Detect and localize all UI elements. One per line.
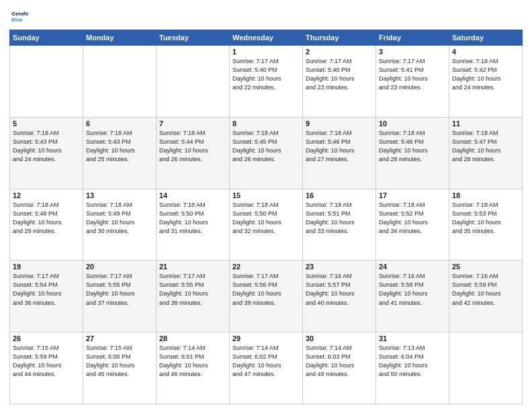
day-cell: 25Sunrise: 7:16 AM Sunset: 5:59 PM Dayli… (449, 261, 523, 332)
day-number: 25 (452, 263, 519, 271)
day-info: Sunrise: 7:18 AM Sunset: 5:53 PM Dayligh… (452, 201, 519, 236)
day-number: 6 (86, 120, 153, 128)
day-cell: 26Sunrise: 7:15 AM Sunset: 5:59 PM Dayli… (10, 332, 83, 404)
day-number: 7 (159, 120, 226, 128)
week-row-2: 5Sunrise: 7:18 AM Sunset: 5:43 PM Daylig… (10, 117, 523, 189)
day-cell: 22Sunrise: 7:17 AM Sunset: 5:56 PM Dayli… (230, 261, 303, 332)
day-info: Sunrise: 7:16 AM Sunset: 5:57 PM Dayligh… (306, 272, 373, 307)
day-info: Sunrise: 7:18 AM Sunset: 5:46 PM Dayligh… (306, 129, 373, 164)
day-number: 3 (379, 48, 446, 56)
day-number: 2 (306, 48, 373, 56)
day-cell (157, 46, 230, 118)
day-cell: 10Sunrise: 7:18 AM Sunset: 5:46 PM Dayli… (376, 117, 449, 189)
day-number: 18 (452, 191, 519, 199)
day-cell: 17Sunrise: 7:18 AM Sunset: 5:52 PM Dayli… (376, 189, 449, 261)
day-number: 11 (452, 120, 519, 128)
weekday-header-row: SundayMondayTuesdayWednesdayThursdayFrid… (10, 30, 523, 46)
day-number: 23 (306, 263, 373, 271)
day-number: 8 (232, 120, 300, 128)
day-number: 19 (13, 263, 80, 271)
day-cell: 14Sunrise: 7:18 AM Sunset: 5:50 PM Dayli… (157, 189, 230, 261)
day-info: Sunrise: 7:13 AM Sunset: 6:04 PM Dayligh… (379, 344, 446, 379)
day-number: 15 (232, 191, 300, 199)
day-info: Sunrise: 7:18 AM Sunset: 5:50 PM Dayligh… (232, 201, 300, 236)
day-info: Sunrise: 7:16 AM Sunset: 5:59 PM Dayligh… (452, 272, 519, 307)
day-cell: 29Sunrise: 7:14 AM Sunset: 6:02 PM Dayli… (230, 332, 303, 404)
page: General Blue SundayMondayTuesdayWednesda… (0, 0, 532, 411)
day-info: Sunrise: 7:17 AM Sunset: 5:54 PM Dayligh… (13, 272, 80, 307)
day-info: Sunrise: 7:18 AM Sunset: 5:47 PM Dayligh… (452, 129, 519, 164)
weekday-header-wednesday: Wednesday (230, 30, 303, 46)
day-number: 29 (232, 334, 300, 342)
day-info: Sunrise: 7:17 AM Sunset: 5:56 PM Dayligh… (232, 272, 300, 307)
day-info: Sunrise: 7:15 AM Sunset: 6:00 PM Dayligh… (86, 344, 153, 379)
day-cell: 23Sunrise: 7:16 AM Sunset: 5:57 PM Dayli… (303, 261, 376, 332)
day-info: Sunrise: 7:18 AM Sunset: 5:43 PM Dayligh… (13, 129, 80, 164)
day-number: 4 (452, 48, 519, 56)
weekday-header-thursday: Thursday (303, 30, 376, 46)
day-info: Sunrise: 7:17 AM Sunset: 5:40 PM Dayligh… (232, 57, 300, 92)
day-number: 12 (13, 191, 80, 199)
day-cell: 19Sunrise: 7:17 AM Sunset: 5:54 PM Dayli… (10, 261, 83, 332)
day-number: 21 (159, 263, 226, 271)
day-number: 31 (379, 334, 446, 342)
day-info: Sunrise: 7:14 AM Sunset: 6:03 PM Dayligh… (306, 344, 373, 379)
day-number: 27 (86, 334, 153, 342)
day-cell (83, 46, 157, 118)
day-number: 26 (13, 334, 80, 342)
week-row-4: 19Sunrise: 7:17 AM Sunset: 5:54 PM Dayli… (10, 261, 523, 332)
day-info: Sunrise: 7:14 AM Sunset: 6:01 PM Dayligh… (159, 344, 226, 379)
day-cell: 13Sunrise: 7:18 AM Sunset: 5:49 PM Dayli… (83, 189, 157, 261)
day-info: Sunrise: 7:18 AM Sunset: 5:50 PM Dayligh… (159, 201, 226, 236)
day-info: Sunrise: 7:18 AM Sunset: 5:43 PM Dayligh… (86, 129, 153, 164)
day-cell: 4Sunrise: 7:18 AM Sunset: 5:42 PM Daylig… (449, 46, 523, 118)
day-cell: 21Sunrise: 7:17 AM Sunset: 5:55 PM Dayli… (157, 261, 230, 332)
logo-icon: General Blue (9, 7, 28, 26)
day-cell: 7Sunrise: 7:18 AM Sunset: 5:44 PM Daylig… (157, 117, 230, 189)
day-number: 5 (13, 120, 80, 128)
day-number: 20 (86, 263, 153, 271)
day-info: Sunrise: 7:18 AM Sunset: 5:49 PM Dayligh… (86, 201, 153, 236)
day-cell: 8Sunrise: 7:18 AM Sunset: 5:45 PM Daylig… (230, 117, 303, 189)
day-cell: 28Sunrise: 7:14 AM Sunset: 6:01 PM Dayli… (157, 332, 230, 404)
logo: General Blue (9, 7, 31, 26)
day-cell: 1Sunrise: 7:17 AM Sunset: 5:40 PM Daylig… (230, 46, 303, 118)
day-cell: 31Sunrise: 7:13 AM Sunset: 6:04 PM Dayli… (376, 332, 449, 404)
day-number: 17 (379, 191, 446, 199)
weekday-header-sunday: Sunday (10, 30, 83, 46)
day-info: Sunrise: 7:18 AM Sunset: 5:45 PM Dayligh… (232, 129, 300, 164)
day-cell (10, 46, 83, 118)
day-info: Sunrise: 7:14 AM Sunset: 6:02 PM Dayligh… (232, 344, 300, 379)
day-cell: 2Sunrise: 7:17 AM Sunset: 5:40 PM Daylig… (303, 46, 376, 118)
day-cell: 16Sunrise: 7:18 AM Sunset: 5:51 PM Dayli… (303, 189, 376, 261)
weekday-header-saturday: Saturday (449, 30, 523, 46)
day-cell: 11Sunrise: 7:18 AM Sunset: 5:47 PM Dayli… (449, 117, 523, 189)
day-number: 10 (379, 120, 446, 128)
day-info: Sunrise: 7:18 AM Sunset: 5:51 PM Dayligh… (306, 201, 373, 236)
day-cell: 18Sunrise: 7:18 AM Sunset: 5:53 PM Dayli… (449, 189, 523, 261)
day-number: 1 (232, 48, 300, 56)
day-cell: 24Sunrise: 7:16 AM Sunset: 5:58 PM Dayli… (376, 261, 449, 332)
day-info: Sunrise: 7:15 AM Sunset: 5:59 PM Dayligh… (13, 344, 80, 379)
day-info: Sunrise: 7:18 AM Sunset: 5:46 PM Dayligh… (379, 129, 446, 164)
day-info: Sunrise: 7:17 AM Sunset: 5:40 PM Dayligh… (306, 57, 373, 92)
weekday-header-tuesday: Tuesday (157, 30, 230, 46)
day-cell: 5Sunrise: 7:18 AM Sunset: 5:43 PM Daylig… (10, 117, 83, 189)
day-number: 24 (379, 263, 446, 271)
day-cell (449, 332, 523, 404)
day-number: 22 (232, 263, 300, 271)
calendar-table: SundayMondayTuesdayWednesdayThursdayFrid… (9, 30, 523, 404)
day-number: 16 (306, 191, 373, 199)
top-section: General Blue (9, 7, 523, 26)
week-row-3: 12Sunrise: 7:18 AM Sunset: 5:48 PM Dayli… (10, 189, 523, 261)
day-cell: 12Sunrise: 7:18 AM Sunset: 5:48 PM Dayli… (10, 189, 83, 261)
day-info: Sunrise: 7:17 AM Sunset: 5:55 PM Dayligh… (159, 272, 226, 307)
day-info: Sunrise: 7:18 AM Sunset: 5:42 PM Dayligh… (452, 57, 519, 92)
day-info: Sunrise: 7:17 AM Sunset: 5:55 PM Dayligh… (86, 272, 153, 307)
day-info: Sunrise: 7:18 AM Sunset: 5:44 PM Dayligh… (159, 129, 226, 164)
day-cell: 30Sunrise: 7:14 AM Sunset: 6:03 PM Dayli… (303, 332, 376, 404)
day-number: 9 (306, 120, 373, 128)
day-number: 28 (159, 334, 226, 342)
day-info: Sunrise: 7:16 AM Sunset: 5:58 PM Dayligh… (379, 272, 446, 307)
day-cell: 15Sunrise: 7:18 AM Sunset: 5:50 PM Dayli… (230, 189, 303, 261)
